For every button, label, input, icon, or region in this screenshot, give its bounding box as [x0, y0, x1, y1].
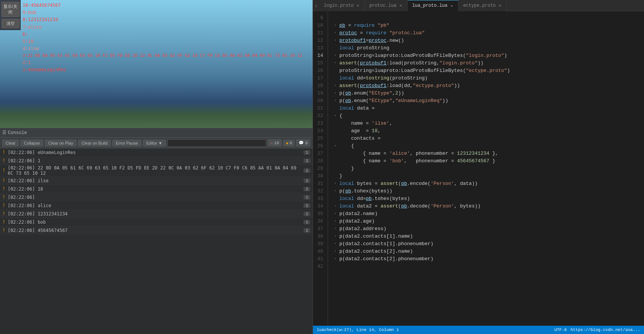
code-line[interactable]: •pb = require "pb" [334, 22, 644, 29]
clear-on-build-button[interactable]: Clear on Build [78, 140, 111, 146]
line-number: 41 [316, 255, 323, 263]
line-number: 24 [316, 127, 323, 135]
code-content[interactable]: •pb = require "pb"•protoc = require "pro… [328, 11, 644, 326]
log-warn-icon: ! [2, 168, 5, 174]
game-text-8: 2:1 [23, 59, 302, 66]
log-row[interactable]: ! [02:22:06] ilse 1 [0, 177, 313, 185]
code-line[interactable]: •protoc = require "protoc.lua" [334, 29, 644, 37]
line-code: name = 'ilse', [339, 120, 392, 127]
console-search-input[interactable] [167, 139, 267, 147]
clear-on-play-button[interactable]: Clear on Play [45, 140, 77, 146]
line-bullet [334, 135, 336, 142]
line-bullet [334, 75, 336, 82]
code-line[interactable]: contacts = [334, 135, 644, 142]
log-count: 1 [304, 195, 310, 200]
code-line[interactable]: age = 18, [334, 127, 644, 135]
code-line[interactable]: } [334, 172, 644, 180]
line-code: pb = require "pb" [339, 22, 389, 29]
code-line[interactable] [334, 263, 644, 270]
code-line[interactable]: •protoString=luaproto:LoadProtoBufFileBy… [334, 52, 644, 59]
log-row[interactable]: ! [02:22:06] 12312341234 1 [0, 210, 313, 218]
log-row[interactable]: ! [02:22:06] eUnameLoginRes 1 [0, 148, 313, 157]
log-row[interactable]: ! [02:22:06] 22 0D 0A 05 61 6C 69 63 65 … [0, 165, 313, 177]
code-line[interactable]: ▾{ [334, 112, 644, 120]
line-bullet [334, 105, 336, 112]
game-text-1: 9:bob [23, 9, 302, 16]
line-code: p(data2.age) [339, 218, 375, 225]
code-line[interactable]: name = 'ilse', [334, 120, 644, 127]
line-code: local dd=tostring(protoString) [339, 75, 428, 82]
log-row[interactable]: ! [02:22:06] 1 [0, 193, 313, 201]
line-number: 20 [316, 97, 323, 105]
code-line[interactable]: •assert(protobuf1:load(dd,"ectype.proto"… [334, 82, 644, 90]
code-line[interactable]: •local bytes = assert(pb.encode('Person'… [334, 180, 644, 188]
code-line[interactable]: local data = [334, 105, 644, 112]
line-bullet [334, 157, 336, 165]
line-bullet: • [334, 97, 336, 105]
code-line[interactable]: local dd=tostring(protoString) [334, 75, 644, 82]
code-line[interactable]: local dd=pb.tohex(bytes) [334, 195, 644, 203]
code-line[interactable]: •p(data2.contacts[2].name) [334, 248, 644, 255]
tab-lua_proto_lua[interactable]: lua_proto.lua✕ [408, 0, 458, 11]
toggle-button[interactable]: 显示/关闭 [2, 2, 20, 17]
code-line[interactable]: •local data2 = assert(pb.decode('Person'… [334, 203, 644, 210]
editor-dropdown-button[interactable]: Editor ▼ [143, 140, 166, 146]
code-line[interactable]: ▾ { [334, 142, 644, 150]
tab-protoc_lua[interactable]: protoc.lua✕ [365, 0, 408, 11]
log-row[interactable]: ! [02:22:06] 45645674567 1 [0, 226, 313, 235]
line-number: 9 [316, 14, 323, 22]
line-bullet: • [334, 218, 336, 225]
tab-close-icon[interactable]: ✕ [498, 3, 502, 8]
log-row[interactable]: ! [02:22:06] 18 1 [0, 185, 313, 193]
log-warn-icon: ! [2, 149, 5, 156]
collapse-button[interactable]: Collapse [20, 140, 43, 146]
line-bullet: • [334, 29, 336, 37]
line-bullet: • [334, 248, 336, 255]
code-line[interactable]: •assert(protobuf1:load(protoString,"logi… [334, 59, 644, 67]
code-line[interactable]: protoString=luaproto:LoadProtoBufFileByt… [334, 67, 644, 75]
line-number: 38 [316, 233, 323, 240]
code-line[interactable]: •p(pb.tohex(bytes)) [334, 188, 644, 195]
log-message: [02:22:06] ilse [8, 178, 302, 183]
code-line[interactable]: { name = 'alice', phonenumber = 12312341… [334, 150, 644, 157]
code-line[interactable]: { name = 'bob', phonenumber = 4564567456… [334, 157, 644, 165]
code-line[interactable]: •p(data2.contacts[1].phonenumber) [334, 240, 644, 248]
clear-log-button[interactable]: Clear [2, 140, 19, 146]
code-line[interactable]: } [334, 165, 644, 172]
line-bullet [334, 195, 336, 203]
code-line[interactable]: •p(data2.age) [334, 218, 644, 225]
tab-close-icon[interactable]: ✕ [450, 3, 454, 8]
log-row[interactable]: ! [02:22:06] 1 1 [0, 157, 313, 165]
line-number: 13 [316, 44, 323, 52]
code-line[interactable]: •p(pb.enum("ECtype",2)) [334, 90, 644, 97]
code-line[interactable]: •p(data2.contacts[2].phonenumber) [334, 255, 644, 263]
code-line[interactable]: •p(pb.enum("ECtype","eUnameLoginReq")) [334, 97, 644, 105]
code-line[interactable] [334, 14, 644, 22]
code-line[interactable]: •protobuf1=protoc.new() [334, 37, 644, 44]
code-line[interactable]: •p(data2.address) [334, 225, 644, 233]
tab-login_proto[interactable]: login.proto✕ [319, 0, 365, 11]
line-code: p(data2.name) [339, 210, 377, 218]
log-row[interactable]: ! [02:22:06] bob 1 [0, 218, 313, 226]
line-code: assert(protobuf1:load(protoString,"login… [339, 59, 483, 67]
code-line[interactable]: local protoString [334, 44, 644, 52]
line-code: p(data2.contacts[2].phonenumber) [339, 255, 434, 263]
line-code: local protoString [339, 44, 389, 52]
line-number: 39 [316, 240, 323, 248]
clear-button[interactable]: 清空 [2, 19, 20, 28]
line-bullet [334, 14, 336, 22]
log-message: [02:22:06] alice [8, 203, 302, 208]
tab-close-icon[interactable]: ✕ [399, 3, 403, 8]
log-row[interactable]: ! [02:22:06] alice 1 [0, 201, 313, 210]
tab-nav-left[interactable]: ‹ [313, 0, 319, 11]
line-code: p(data2.address) [339, 225, 386, 233]
error-pause-button[interactable]: Error Pause [112, 140, 141, 146]
line-code: p(pb.enum("ECtype","eUnameLoginReq")) [339, 97, 448, 105]
line-code: local data2 = assert(pb.decode('Person',… [339, 203, 481, 210]
tab-close-icon[interactable]: ✕ [356, 3, 360, 8]
line-number: 10 [316, 22, 323, 29]
line-bullet [334, 120, 336, 127]
code-line[interactable]: •p(data2.name) [334, 210, 644, 218]
tab-ectype_proto[interactable]: ectype.proto✕ [458, 0, 507, 11]
code-line[interactable]: •p(data2.contacts[1].name) [334, 233, 644, 240]
